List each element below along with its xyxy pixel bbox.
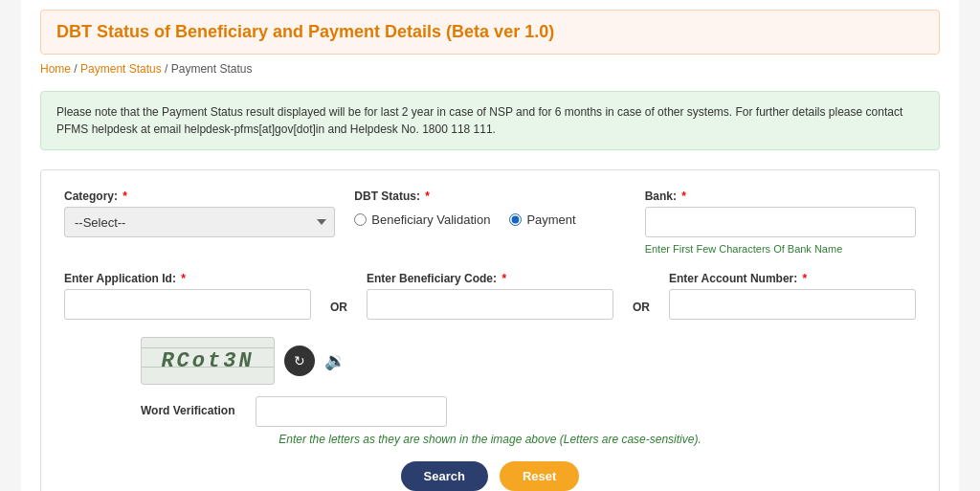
word-verification-input[interactable] [256,396,447,427]
account-number-input[interactable] [669,289,916,320]
bank-input[interactable] [645,207,916,237]
or-separator-1: OR [330,278,347,314]
dbt-status-radio-group: Beneficiary Validation Payment [354,212,625,227]
account-number-group: Enter Account Number: * [669,272,916,320]
dbt-beneficiary-radio[interactable] [354,213,367,226]
beneficiary-code-input[interactable] [367,289,613,320]
account-number-label: Enter Account Number: * [669,272,916,285]
or-separator-2: OR [633,278,650,314]
button-row: Search Reset [64,461,916,491]
word-verification-label: Word Verification [141,396,246,417]
bank-group: Bank: * Enter First Few Characters Of Ba… [645,190,916,255]
breadcrumb-home[interactable]: Home [40,62,71,76]
captcha-hint: Enter the letters as they are shown in t… [64,433,916,446]
form-section: Category: * --Select-- DBT Status: * Ben… [40,169,940,491]
search-button[interactable]: Search [401,461,488,491]
form-row-2: Enter Application Id: * OR Enter Benefic… [64,272,916,320]
reset-button[interactable]: Reset [500,461,579,491]
beneficiary-code-label: Enter Beneficiary Code: * [367,272,613,285]
breadcrumb-current: Payment Status [171,62,253,76]
dbt-status-label: DBT Status: * [354,190,625,203]
page-wrapper: DBT Status of Beneficiary and Payment De… [21,0,959,491]
breadcrumb: Home / Payment Status / Payment Status [40,62,940,76]
application-id-group: Enter Application Id: * [64,272,311,320]
dbt-payment-option[interactable]: Payment [509,212,575,227]
application-id-input[interactable] [64,289,311,320]
page-title: DBT Status of Beneficiary and Payment De… [40,10,940,55]
info-message-text: Please note that the Payment Status resu… [56,105,902,136]
form-row-1: Category: * --Select-- DBT Status: * Ben… [64,190,916,255]
category-label: Category: * [64,190,335,203]
captcha-audio-button[interactable]: 🔉 [324,350,345,371]
breadcrumb-payment-status-link[interactable]: Payment Status [80,62,162,76]
bank-hint: Enter First Few Characters Of Bank Name [645,243,916,255]
dbt-beneficiary-validation-option[interactable]: Beneficiary Validation [354,212,490,227]
dbt-payment-radio[interactable] [509,213,522,226]
captcha-image: RCot3N [141,337,275,385]
dbt-status-group: DBT Status: * Beneficiary Validation Pay… [354,190,625,227]
beneficiary-code-group: Enter Beneficiary Code: * [367,272,613,320]
captcha-refresh-button[interactable]: ↻ [284,346,315,376]
page-title-text: DBT Status of Beneficiary and Payment De… [56,22,554,41]
bank-label: Bank: * [645,190,916,203]
captcha-section: RCot3N ↻ 🔉 Word Verification Enter the l… [64,337,916,446]
application-id-label: Enter Application Id: * [64,272,311,285]
category-group: Category: * --Select-- [64,190,335,237]
word-verification-row: Word Verification [64,396,916,427]
category-select[interactable]: --Select-- [64,207,335,237]
captcha-row: RCot3N ↻ 🔉 [64,337,916,385]
info-box: Please note that the Payment Status resu… [40,91,940,150]
